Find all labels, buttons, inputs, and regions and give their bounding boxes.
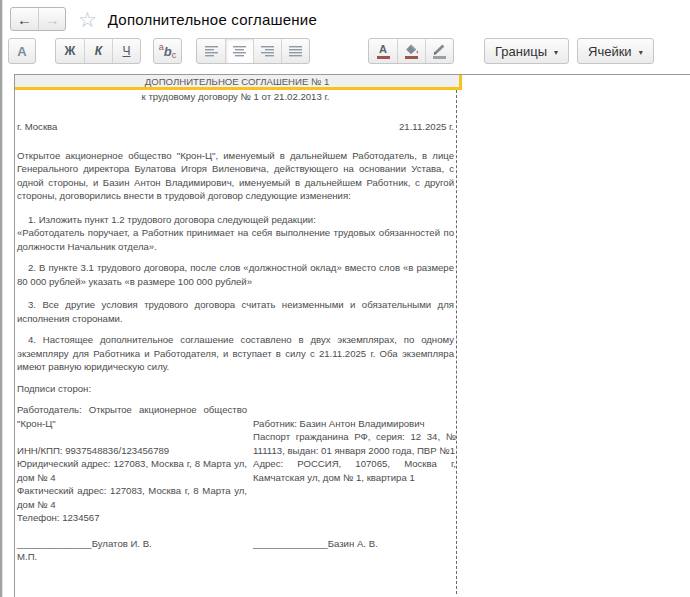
employer-name: Работодатель: Открытое акционерное общес… bbox=[17, 403, 247, 430]
color-tools-group: А bbox=[368, 38, 454, 64]
font-icon: А bbox=[17, 44, 26, 59]
employer-phone: Телефон: 1234567 bbox=[17, 511, 247, 525]
text-color-button[interactable]: А bbox=[369, 39, 397, 63]
clause-1-intro: 1. Изложить пункт 1.2 трудового договора… bbox=[17, 213, 454, 227]
app-window: ← → ☆ Дополнительное соглашение А Ж К Ч … bbox=[0, 0, 690, 597]
underline-button[interactable]: Ч bbox=[112, 39, 140, 63]
fill-color-button[interactable] bbox=[397, 39, 425, 63]
page-title: Дополнительное соглашение bbox=[108, 11, 317, 28]
window-edge-divider bbox=[0, 0, 3, 597]
spacer-line bbox=[17, 430, 247, 444]
doc-subtitle-cell[interactable]: к трудовому договору № 1 от 21.02.2013 г… bbox=[15, 90, 456, 104]
cells-dropdown-button[interactable]: Ячейки ▾ bbox=[577, 38, 654, 64]
alignment-group bbox=[196, 38, 310, 64]
date-text: 21.11.2025 г. bbox=[399, 120, 454, 134]
fill-color-bar bbox=[405, 56, 418, 59]
employee-name: Работник: Базин Антон Владимирович bbox=[253, 417, 456, 431]
text-color-bar bbox=[377, 56, 390, 59]
back-button[interactable]: ← bbox=[11, 8, 38, 30]
borders-label: Границы bbox=[495, 44, 547, 59]
align-right-icon bbox=[261, 46, 274, 57]
clause-1-text: «Работодатель поручает, а Работник прини… bbox=[17, 226, 454, 253]
forward-button[interactable]: → bbox=[38, 8, 65, 30]
pencil-icon bbox=[433, 44, 446, 55]
document-area[interactable]: ДОПОЛНИТЕЛЬНОЕ СОГЛАШЕНИЕ № 1 к трудовом… bbox=[14, 74, 690, 597]
align-justify-button[interactable] bbox=[281, 39, 309, 63]
parties-columns: Работодатель: Открытое акционерное общес… bbox=[15, 403, 456, 525]
clause-4[interactable]: 4. Настоящее дополнительное соглашение с… bbox=[15, 333, 456, 374]
chevron-down-icon: ▾ bbox=[554, 48, 558, 57]
signature-row[interactable]: ______________Булатов И. В. ____________… bbox=[15, 537, 456, 551]
page-break-line bbox=[456, 75, 457, 594]
align-left-icon bbox=[205, 46, 218, 57]
doc-title-cell-selected[interactable]: ДОПОЛНИТЕЛЬНОЕ СОГЛАШЕНИЕ № 1 bbox=[15, 75, 462, 90]
employee-passport: Паспорт гражданина РФ, серия: 12 34, № 1… bbox=[253, 430, 456, 457]
format-toolbar: А Ж К Ч abc bbox=[8, 37, 690, 65]
pen-color-bar bbox=[433, 56, 446, 59]
forward-arrow-icon: → bbox=[45, 11, 60, 28]
signatures-heading[interactable]: Подписи сторон: bbox=[15, 382, 456, 396]
bold-button[interactable]: Ж bbox=[56, 39, 84, 63]
clause-3[interactable]: 3. Все другие условия трудового договора… bbox=[15, 298, 456, 325]
chevron-down-icon: ▾ bbox=[639, 48, 643, 57]
preamble-paragraph[interactable]: Открытое акционерное общество "Крон-Ц", … bbox=[15, 149, 456, 203]
text-case-button[interactable]: abc bbox=[153, 38, 182, 64]
form-header: ← → ☆ Дополнительное соглашение bbox=[10, 6, 317, 32]
align-justify-icon bbox=[289, 46, 302, 57]
align-right-button[interactable] bbox=[253, 39, 281, 63]
clause-1[interactable]: 1. Изложить пункт 1.2 трудового договора… bbox=[15, 213, 456, 254]
employee-address: Адрес: РОССИЯ, 107065, Москва г, Камчатс… bbox=[253, 457, 456, 484]
back-arrow-icon: ← bbox=[17, 11, 32, 28]
align-left-button[interactable] bbox=[197, 39, 225, 63]
case-letter-b: b bbox=[164, 44, 172, 59]
text-color-letter: А bbox=[379, 44, 387, 55]
font-button[interactable]: А bbox=[8, 38, 36, 64]
paint-bucket-icon bbox=[405, 44, 419, 55]
employee-column[interactable]: Работник: Базин Антон Владимирович Паспо… bbox=[253, 417, 456, 525]
nav-button-group: ← → bbox=[10, 7, 66, 31]
italic-button[interactable]: К bbox=[84, 39, 112, 63]
borders-dropdown-button[interactable]: Границы ▾ bbox=[484, 38, 569, 64]
case-letter-c: c bbox=[172, 50, 177, 60]
clause-2[interactable]: 2. В пункте 3.1 трудового договора, посл… bbox=[15, 261, 456, 288]
align-center-icon bbox=[233, 46, 246, 57]
align-center-button[interactable] bbox=[225, 39, 253, 63]
employer-inn-kpp: ИНН/КПП: 9937548836/123456789 bbox=[17, 444, 247, 458]
case-letter-a: a bbox=[159, 42, 164, 52]
employer-signature-line: ______________Булатов И. В. bbox=[17, 537, 253, 551]
cells-label: Ячейки bbox=[588, 44, 632, 59]
employer-legal-address: Юридический адрес: 127083, Москва г, 8 М… bbox=[17, 457, 247, 484]
employer-column[interactable]: Работодатель: Открытое акционерное общес… bbox=[17, 403, 253, 525]
city-text: г. Москва bbox=[17, 120, 57, 134]
city-date-row[interactable]: г. Москва 21.11.2025 г. bbox=[15, 120, 456, 134]
stamp-placeholder: М.П. bbox=[15, 550, 690, 564]
pen-color-button[interactable] bbox=[425, 39, 453, 63]
employer-actual-address: Фактический адрес: 127083, Москва г, 8 М… bbox=[17, 484, 247, 511]
font-style-group: Ж К Ч bbox=[55, 38, 141, 64]
favorite-star-icon[interactable]: ☆ bbox=[78, 9, 97, 30]
employee-signature-line: ______________Базин А. В. bbox=[253, 537, 456, 551]
